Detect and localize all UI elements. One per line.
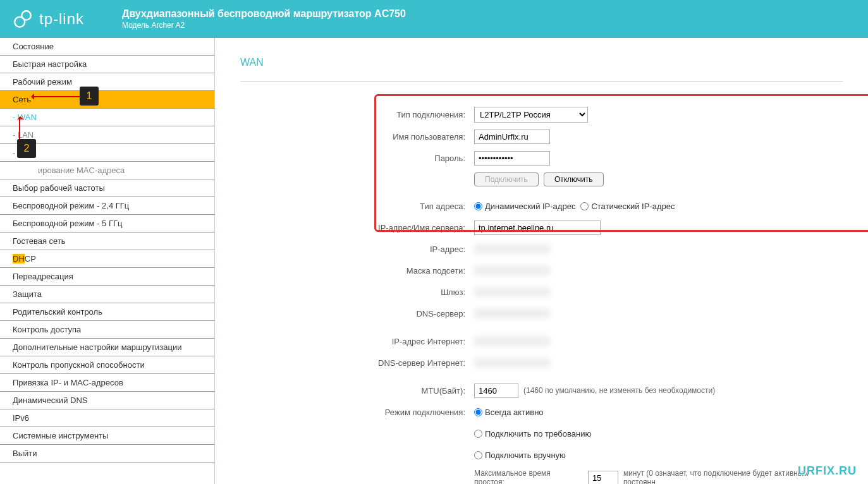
sidebar-item-7[interactable]: ирование MAC-адреса bbox=[0, 162, 214, 179]
device-model: Модель Archer A2 bbox=[122, 21, 406, 30]
value-ip bbox=[474, 244, 550, 254]
content-area: WAN Тип подключения: L2TP/L2TP Россия Им… bbox=[215, 38, 868, 484]
wan-form: Тип подключения: L2TP/L2TP Россия Имя по… bbox=[240, 94, 843, 484]
label-gw: Шлюз: bbox=[240, 287, 474, 297]
sidebar-item-4[interactable]: - WAN bbox=[0, 109, 214, 126]
sidebar-item-18[interactable]: Контроль пропускной способности bbox=[0, 356, 214, 374]
sidebar-item-23[interactable]: Выйти bbox=[0, 445, 214, 463]
mtu-note: (1460 по умолчанию, не изменять без необ… bbox=[523, 386, 715, 395]
input-server[interactable] bbox=[474, 221, 601, 235]
value-inet-ip bbox=[474, 336, 550, 346]
disconnect-button[interactable]: Отключить bbox=[544, 172, 604, 186]
value-inet-dns bbox=[474, 358, 550, 368]
watermark: URFIX.RU bbox=[798, 464, 857, 478]
label-inet-dns: DNS-сервер Интернет: bbox=[240, 358, 474, 368]
header-title: Двухдиапазонный беспроводной маршрутизат… bbox=[122, 8, 406, 30]
annotation-marker-1: 1 bbox=[80, 87, 99, 106]
annotation-arrow-1 bbox=[32, 96, 80, 97]
tplink-icon bbox=[13, 9, 33, 29]
sidebar-item-13[interactable]: Переадресация bbox=[0, 268, 214, 286]
value-mask bbox=[474, 265, 550, 275]
value-dns bbox=[474, 308, 550, 318]
sidebar-item-12[interactable]: DHCP bbox=[0, 250, 214, 268]
sidebar-item-0[interactable]: Состояние bbox=[0, 38, 214, 56]
sidebar-item-14[interactable]: Защита bbox=[0, 286, 214, 303]
brand-logo: tp-link bbox=[13, 9, 84, 29]
divider bbox=[240, 81, 843, 82]
header: tp-link Двухдиапазонный беспроводной мар… bbox=[0, 0, 868, 38]
label-ip: IP-адрес: bbox=[240, 245, 474, 254]
sidebar-item-19[interactable]: Привязка IP- и MAC-адресов bbox=[0, 374, 214, 392]
annotation-marker-2: 2 bbox=[17, 139, 36, 158]
label-addr-type: Тип адреса: bbox=[240, 202, 474, 211]
sidebar-item-9[interactable]: Беспроводной режим - 2,4 ГГц bbox=[0, 197, 214, 215]
label-dns: DNS-сервер: bbox=[240, 309, 474, 318]
radio-mode-manual[interactable]: Подключить вручную bbox=[474, 451, 566, 460]
select-conn-type[interactable]: L2TP/L2TP Россия bbox=[474, 107, 588, 123]
label-mode: Режим подключения: bbox=[240, 408, 474, 417]
radio-dynamic-ip[interactable]: Динамический IP-адрес bbox=[474, 202, 575, 211]
label-mask: Маска подсети: bbox=[240, 266, 474, 275]
sidebar-item-16[interactable]: Контроль доступа bbox=[0, 321, 214, 339]
label-server: IP-адрес/Имя сервера: bbox=[240, 223, 474, 233]
page-title: WAN bbox=[240, 57, 843, 68]
radio-mode-demand[interactable]: Подключить по требованию bbox=[474, 429, 591, 439]
label-conn-type: Тип подключения: bbox=[240, 110, 474, 119]
sidebar-item-2[interactable]: Рабочий режим bbox=[0, 73, 214, 91]
sidebar-item-15[interactable]: Родительский контроль bbox=[0, 303, 214, 321]
label-username: Имя пользователя: bbox=[240, 132, 474, 142]
sidebar-item-17[interactable]: Дополнительные настройки маршрутизации bbox=[0, 339, 214, 356]
connect-button[interactable]: Подключить bbox=[474, 172, 539, 186]
brand-text: tp-link bbox=[39, 10, 84, 28]
sidebar-item-22[interactable]: Системные инструменты bbox=[0, 427, 214, 445]
sidebar-item-11[interactable]: Гостевая сеть bbox=[0, 233, 214, 250]
label-password: Пароль: bbox=[240, 154, 474, 163]
label-mtu: MTU(Байт): bbox=[240, 386, 474, 396]
sidebar-item-1[interactable]: Быстрая настройка bbox=[0, 56, 214, 73]
label-inet-ip: IP-адрес Интернет: bbox=[240, 337, 474, 346]
label-idle: Максимальное время простоя: bbox=[474, 469, 583, 484]
sidebar-item-21[interactable]: IPv6 bbox=[0, 409, 214, 427]
radio-static-ip[interactable]: Статический IP-адрес bbox=[580, 202, 675, 211]
radio-mode-always[interactable]: Всегда активно bbox=[474, 408, 544, 417]
input-idle[interactable] bbox=[588, 471, 618, 485]
input-password[interactable] bbox=[474, 151, 550, 166]
sidebar-item-8[interactable]: Выбор рабочей частоты bbox=[0, 179, 214, 197]
input-username[interactable] bbox=[474, 130, 550, 144]
sidebar-item-20[interactable]: Динамический DNS bbox=[0, 392, 214, 409]
svg-point-1 bbox=[21, 11, 30, 20]
annotation-arrow-2 bbox=[19, 117, 20, 142]
device-title: Двухдиапазонный беспроводной маршрутизат… bbox=[122, 8, 406, 20]
input-mtu[interactable] bbox=[474, 384, 518, 398]
sidebar-item-10[interactable]: Беспроводной режим - 5 ГГц bbox=[0, 215, 214, 233]
sidebar: 1 2 СостояниеБыстрая настройкаРабочий ре… bbox=[0, 38, 215, 484]
value-gw bbox=[474, 287, 550, 297]
